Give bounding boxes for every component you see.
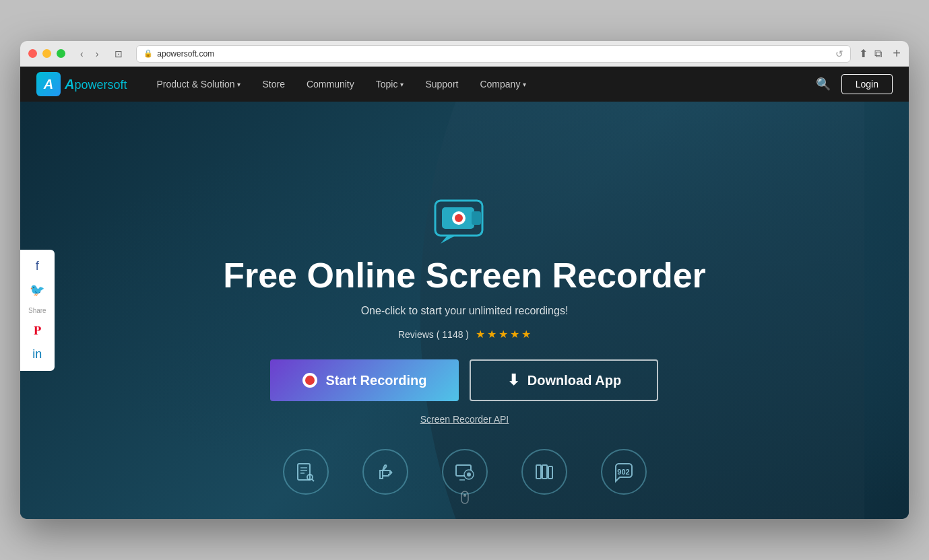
- screen-capture-icon: [454, 461, 476, 483]
- feature-icon-3[interactable]: [442, 449, 488, 495]
- start-recording-button[interactable]: Start Recording: [270, 359, 459, 401]
- svg-rect-4: [472, 211, 481, 225]
- hero-subtitle: One-click to start your unlimited record…: [223, 305, 706, 317]
- list-search-icon: [295, 461, 317, 483]
- refresh-icon[interactable]: ↺: [835, 48, 843, 59]
- star-1: ★: [476, 328, 485, 341]
- camera-icon: [434, 195, 494, 249]
- download-icon: ⬇: [507, 372, 519, 389]
- chat-count: 902: [617, 468, 629, 476]
- hero-cam-icon-wrap: [223, 195, 706, 249]
- close-button[interactable]: [28, 49, 37, 58]
- hero-section: f 🐦 Share 𝐏 in: [20, 102, 909, 519]
- nav-product[interactable]: Product & Solution ▾: [146, 67, 252, 102]
- stars: ★ ★ ★ ★ ★: [476, 328, 531, 341]
- feature-icon-1[interactable]: [283, 449, 329, 495]
- linkedin-icon[interactable]: in: [32, 347, 42, 361]
- feature-icon-4[interactable]: [521, 449, 567, 495]
- title-bar: ‹ › ⊡ 🔒 apowersoft.com ↺ ⬆ ⧉ +: [20, 41, 909, 67]
- navbar: A Apowersoft Product & Solution ▾ Store …: [20, 67, 909, 102]
- star-2: ★: [487, 328, 496, 341]
- chevron-down-icon-3: ▾: [523, 81, 526, 88]
- reviews-label: Reviews ( 1148 ): [398, 329, 469, 340]
- api-link[interactable]: Screen Recorder API: [223, 413, 706, 425]
- svg-rect-17: [542, 465, 547, 479]
- svg-point-20: [463, 494, 466, 497]
- nav-store[interactable]: Store: [251, 67, 295, 102]
- twitter-icon[interactable]: 🐦: [30, 283, 44, 298]
- svg-rect-19: [461, 491, 468, 503]
- share-icon[interactable]: ⬆: [859, 46, 868, 61]
- logo-icon: A: [36, 72, 61, 96]
- books-icon: [534, 461, 555, 483]
- reviews-row: Reviews ( 1148 ) ★ ★ ★ ★ ★: [223, 328, 706, 341]
- title-bar-actions: ⬆ ⧉ +: [859, 46, 901, 61]
- search-icon[interactable]: 🔍: [816, 77, 831, 92]
- cta-row: Start Recording ⬇ Download App: [223, 359, 706, 401]
- back-button[interactable]: ‹: [76, 47, 88, 61]
- hero-title: Free Online Screen Recorder: [223, 256, 706, 296]
- nav-items: Product & Solution ▾ Store Community Top…: [146, 67, 816, 102]
- nav-buttons: ‹ › ⊡: [76, 47, 128, 61]
- svg-rect-6: [298, 464, 310, 480]
- star-4: ★: [510, 328, 519, 341]
- lock-icon: 🔒: [143, 49, 153, 58]
- pinterest-icon[interactable]: 𝐏: [34, 324, 41, 338]
- social-sidebar: f 🐦 Share 𝐏 in: [20, 250, 55, 371]
- star-5-half: ★: [521, 328, 531, 341]
- svg-line-11: [312, 479, 314, 481]
- new-tab-button[interactable]: +: [893, 46, 901, 61]
- nav-company[interactable]: Company ▾: [469, 67, 537, 102]
- nav-topic[interactable]: Topic ▾: [365, 67, 415, 102]
- logo-brand: A: [65, 77, 74, 92]
- browser-window: ‹ › ⊡ 🔒 apowersoft.com ↺ ⬆ ⧉ + A Apowers…: [20, 41, 909, 519]
- chevron-down-icon-2: ▾: [400, 81, 404, 88]
- reader-button[interactable]: ⊡: [109, 47, 128, 61]
- svg-rect-16: [536, 465, 541, 479]
- scroll-indicator: [458, 490, 472, 514]
- url-bar[interactable]: 🔒 apowersoft.com ↺: [136, 45, 851, 63]
- feature-icon-2[interactable]: [362, 449, 408, 495]
- logo-text: Apowersoft: [65, 77, 127, 92]
- star-3: ★: [499, 328, 508, 341]
- tabs-icon[interactable]: ⧉: [874, 46, 882, 61]
- nav-community[interactable]: Community: [296, 67, 365, 102]
- bottom-icons-row: 902: [20, 449, 909, 495]
- share-label: Share: [28, 307, 46, 314]
- thumbs-up-icon: [375, 461, 396, 483]
- chevron-down-icon: ▾: [237, 81, 241, 88]
- svg-rect-18: [548, 466, 552, 479]
- nav-support[interactable]: Support: [414, 67, 469, 102]
- svg-point-14: [467, 473, 471, 477]
- logo[interactable]: A Apowersoft: [36, 72, 127, 96]
- record-dot-icon: [302, 373, 317, 388]
- hero-content: Free Online Screen Recorder One-click to…: [223, 195, 706, 426]
- minimize-button[interactable]: [42, 49, 51, 58]
- download-app-button[interactable]: ⬇ Download App: [470, 359, 658, 401]
- svg-point-3: [455, 214, 463, 222]
- url-text: apowersoft.com: [157, 49, 214, 59]
- svg-marker-5: [441, 236, 455, 244]
- login-button[interactable]: Login: [841, 74, 893, 94]
- forward-button[interactable]: ›: [92, 47, 103, 61]
- facebook-icon[interactable]: f: [36, 259, 39, 273]
- maximize-button[interactable]: [57, 49, 65, 58]
- nav-actions: 🔍 Login: [816, 74, 893, 94]
- traffic-lights: [28, 49, 65, 58]
- feature-icon-5[interactable]: 902: [601, 449, 647, 495]
